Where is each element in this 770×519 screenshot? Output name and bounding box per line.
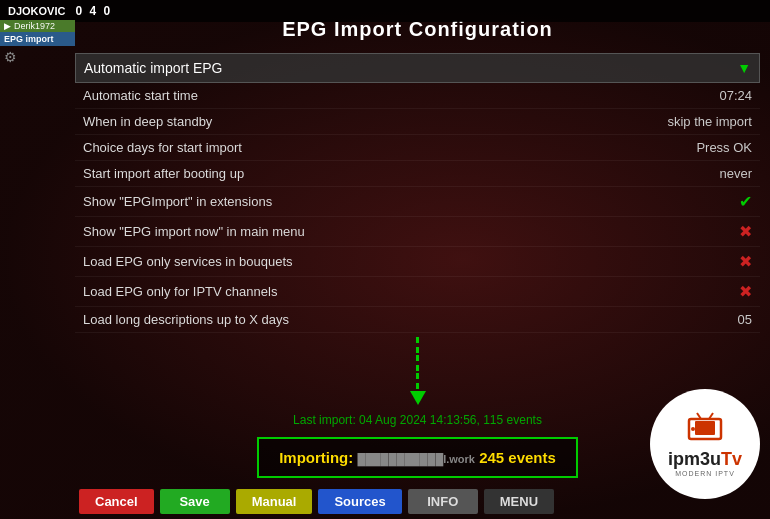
sources-button[interactable]: Sources [318, 489, 401, 514]
config-value-long-desc: 05 [738, 312, 752, 327]
logo-tv-icon [687, 411, 723, 448]
dashed-line-3 [416, 373, 419, 389]
config-label-choice-days: Choice days for start import [83, 140, 242, 155]
logo-subtitle-text: Modern IPTV [675, 470, 735, 477]
config-label-boot-import: Start import after booting up [83, 166, 244, 181]
config-row-deep-standby[interactable]: When in deep standby skip the import [75, 109, 760, 135]
config-label-deep-standby: When in deep standby [83, 114, 212, 129]
config-row-long-desc[interactable]: Load long descriptions up to X days 05 [75, 307, 760, 333]
arrow-head-icon [410, 391, 426, 405]
config-label-auto-import: Automatic import EPG [84, 60, 223, 76]
check-icon-epgimport: ✔ [739, 192, 752, 211]
config-list: Automatic import EPG ▼ Automatic start t… [75, 53, 760, 333]
config-row-show-now[interactable]: Show "EPG import now" in main menu ✖ [75, 217, 760, 247]
score: 0 4 0 [75, 4, 112, 18]
user-icon: ▶ [4, 21, 11, 31]
config-row-start-time[interactable]: Automatic start time 07:24 [75, 83, 760, 109]
svg-point-4 [691, 427, 695, 431]
cross-icon-iptv: ✖ [739, 282, 752, 301]
config-label-long-desc: Load long descriptions up to X days [83, 312, 289, 327]
importing-events: 245 events [479, 449, 556, 466]
menu-button[interactable]: MENU [484, 489, 554, 514]
cancel-button[interactable]: Cancel [79, 489, 154, 514]
manual-button[interactable]: Manual [236, 489, 313, 514]
config-label-start-time: Automatic start time [83, 88, 198, 103]
cross-icon-bouquets: ✖ [739, 252, 752, 271]
sidebar-plugin: ▶ Derik1972 EPG import ⚙ [0, 20, 75, 68]
logo-circle: ipm3uTv Modern IPTV [650, 389, 760, 499]
logo-brand-text: ipm3uTv [668, 450, 742, 468]
importing-label: Importing: [279, 449, 353, 466]
config-row-iptv[interactable]: Load EPG only for IPTV channels ✖ [75, 277, 760, 307]
plugin-username: Derik1972 [14, 21, 55, 31]
top-logo: DJOKOVIC [8, 5, 65, 17]
plugin-name-label: EPG import [0, 32, 75, 46]
config-row-show-epgimport[interactable]: Show "EPGImport" in extensions ✔ [75, 187, 760, 217]
config-value-start-time: 07:24 [719, 88, 752, 103]
config-value-deep-standby: skip the import [667, 114, 752, 129]
importing-box: Importing: ███████████l.work 245 events [257, 437, 578, 478]
config-value-choice-days: Press OK [696, 140, 752, 155]
plugin-user-label: ▶ Derik1972 [0, 20, 75, 32]
dropdown-arrow-icon: ▼ [737, 60, 751, 76]
svg-rect-1 [695, 421, 715, 435]
config-label-show-now: Show "EPG import now" in main menu [83, 224, 305, 239]
gear-icon[interactable]: ⚙ [0, 46, 75, 68]
config-row-choice-days[interactable]: Choice days for start import Press OK [75, 135, 760, 161]
progress-arrow [75, 337, 760, 405]
importing-url: ███████████l.work [357, 453, 475, 465]
dashed-line-2 [416, 355, 419, 371]
cross-icon-show-now: ✖ [739, 222, 752, 241]
config-row-boot-import[interactable]: Start import after booting up never [75, 161, 760, 187]
config-value-boot-import: never [719, 166, 752, 181]
config-label-bouquets: Load EPG only services in bouquets [83, 254, 293, 269]
dashed-line-1 [416, 337, 419, 353]
bottom-bar: Cancel Save Manual Sources INFO MENU [75, 483, 760, 519]
top-bar: DJOKOVIC 0 4 0 [0, 0, 770, 22]
config-label-show-epgimport: Show "EPGImport" in extensions [83, 194, 272, 209]
save-button[interactable]: Save [160, 489, 230, 514]
config-label-iptv: Load EPG only for IPTV channels [83, 284, 277, 299]
config-row-bouquets[interactable]: Load EPG only services in bouquets ✖ [75, 247, 760, 277]
config-row-auto-import[interactable]: Automatic import EPG ▼ [75, 53, 760, 83]
info-button[interactable]: INFO [408, 489, 478, 514]
